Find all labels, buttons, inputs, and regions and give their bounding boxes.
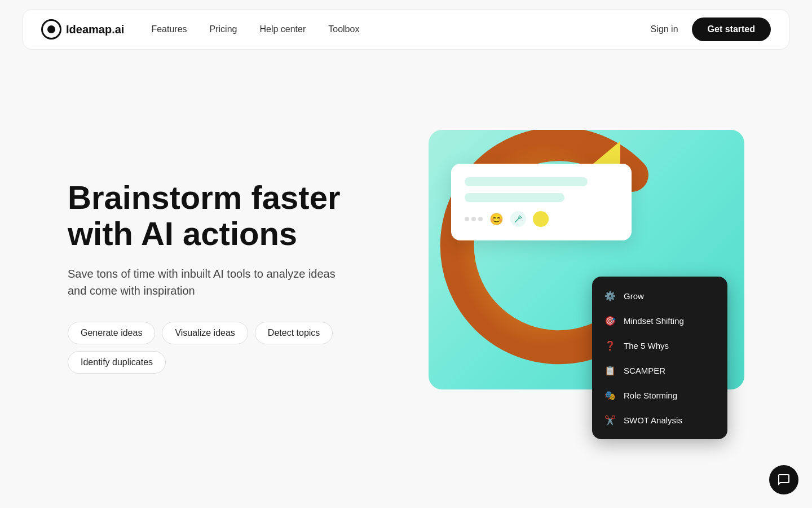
nav-actions: Sign in Get started	[651, 17, 771, 41]
pill-detect-topics[interactable]: Detect topics	[255, 322, 333, 344]
ai-menu-item-mindset[interactable]: 🎯 Mindset Shifting	[592, 308, 727, 333]
scamper-icon: 📋	[603, 364, 617, 377]
ai-menu-item-grow[interactable]: ⚙️ Grow	[592, 283, 727, 308]
logo-text: Ideamap.ai	[66, 23, 124, 36]
pill-visualize-ideas[interactable]: Visualize ideas	[162, 322, 248, 344]
swot-label: SWOT Analysis	[624, 415, 682, 425]
yellow-circle	[533, 211, 549, 227]
5whys-icon: ❓	[603, 339, 617, 352]
ai-menu-item-5whys[interactable]: ❓ The 5 Whys	[592, 333, 727, 358]
nav-toolbox[interactable]: Toolbox	[328, 24, 359, 34]
wand-icon[interactable]	[510, 211, 526, 227]
navbar: Ideamap.ai Features Pricing Help center …	[23, 9, 789, 50]
svg-line-2	[515, 218, 519, 222]
grow-icon: ⚙️	[603, 289, 617, 303]
grow-label: Grow	[624, 291, 644, 301]
nav-features[interactable]: Features	[151, 24, 187, 34]
dot-2	[471, 217, 476, 221]
hero-section: Brainstorm faster with AI actions Save t…	[0, 73, 812, 446]
dot-3	[478, 217, 483, 221]
get-started-button[interactable]: Get started	[692, 17, 771, 41]
sign-in-button[interactable]: Sign in	[651, 24, 678, 34]
dot-1	[465, 217, 469, 221]
rolestorm-label: Role Storming	[624, 391, 677, 400]
hero-right: 😊 ⚙️ Grow 🎯 Mindset Shifting	[395, 107, 744, 446]
hero-subtitle: Save tons of time with inbuilt AI tools …	[68, 265, 350, 299]
5whys-label: The 5 Whys	[624, 341, 669, 351]
mindset-label: Mindset Shifting	[624, 316, 684, 326]
ui-card-line-1	[465, 177, 588, 186]
chat-icon	[777, 473, 791, 487]
emoji-icon: 😊	[489, 212, 504, 226]
hero-title: Brainstorm faster with AI actions	[68, 179, 395, 252]
ai-menu: ⚙️ Grow 🎯 Mindset Shifting ❓ The 5 Whys …	[592, 277, 727, 439]
mindset-icon: 🎯	[603, 314, 617, 327]
swot-icon: ✂️	[603, 413, 617, 427]
ai-menu-item-scamper[interactable]: 📋 SCAMPER	[592, 358, 727, 383]
svg-line-3	[519, 216, 522, 218]
feature-pills: Generate ideas Visualize ideas Detect to…	[68, 322, 395, 374]
hero-left: Brainstorm faster with AI actions Save t…	[68, 179, 395, 374]
nav-links: Features Pricing Help center Toolbox	[151, 24, 650, 34]
ui-card-line-2	[465, 193, 564, 202]
pill-generate-ideas[interactable]: Generate ideas	[68, 322, 155, 344]
ui-card-actions: 😊	[465, 211, 618, 227]
ai-menu-item-rolestorm[interactable]: 🎭 Role Storming	[592, 383, 727, 408]
nav-help-center[interactable]: Help center	[259, 24, 306, 34]
action-dots	[465, 217, 483, 221]
pill-identify-duplicates[interactable]: Identify duplicates	[68, 351, 166, 374]
logo[interactable]: Ideamap.ai	[41, 19, 124, 40]
scamper-label: SCAMPER	[624, 366, 665, 375]
rolestorm-icon: 🎭	[603, 388, 617, 402]
chat-support-button[interactable]	[769, 465, 798, 494]
logo-icon	[41, 19, 61, 40]
nav-pricing[interactable]: Pricing	[210, 24, 237, 34]
ai-menu-item-swot[interactable]: ✂️ SWOT Analysis	[592, 408, 727, 432]
ui-card: 😊	[451, 164, 632, 240]
